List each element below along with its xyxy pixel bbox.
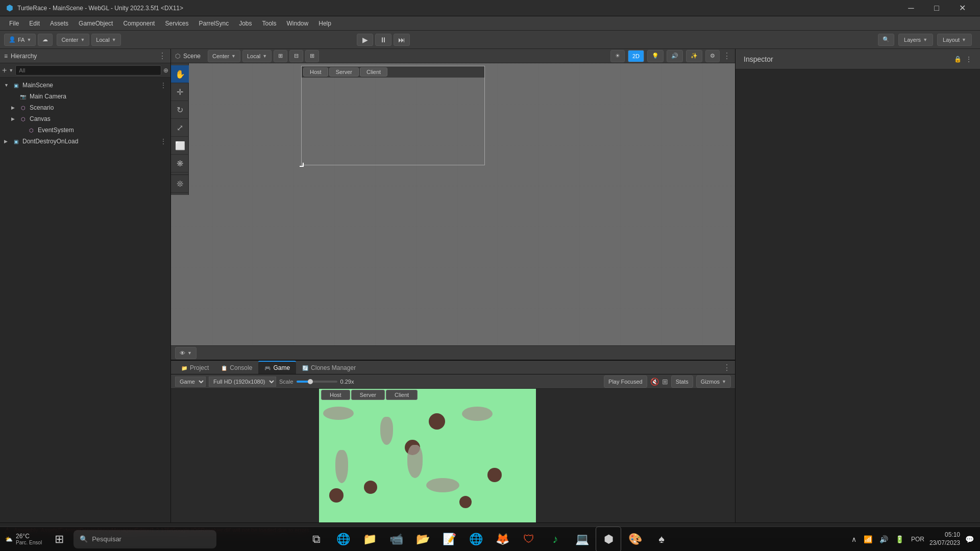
scene-tab-label[interactable]: Scene [183, 53, 201, 60]
scene-grid-button[interactable]: ⊞ [274, 50, 287, 62]
menu-file[interactable]: File [4, 18, 24, 29]
tree-item-scenario[interactable]: ▶ ⬡ Scenario [0, 102, 170, 113]
taskbar-brave-app[interactable]: 🛡 [517, 527, 541, 552]
tab-project[interactable]: 📁 Project [175, 361, 215, 374]
tree-item-main-camera[interactable]: 📷 Main Camera [0, 91, 170, 102]
tree-item-canvas[interactable]: ▶ ⬡ Canvas [0, 113, 170, 124]
scene-content[interactable]: ✋ ✛ ↻ ⤢ ⬜ ❋ ❊ Host Server Client [171, 63, 735, 345]
taskbar-spotify-app[interactable]: ♪ [543, 527, 568, 552]
stats-grid-icon[interactable]: ⊞ [662, 378, 668, 386]
gizmo-button[interactable]: ☀ [610, 50, 625, 62]
audio-button[interactable]: 🔊 [667, 50, 683, 62]
scene-panel-menu[interactable]: ⋮ [723, 51, 731, 61]
tab-clones-manager[interactable]: 🔄 Clones Manager [296, 361, 362, 374]
taskbar-unity-app[interactable]: ⬢ [596, 527, 621, 552]
taskbar-clock[interactable]: 05:10 23/07/2023 [929, 531, 960, 547]
tree-item-dontdestroy[interactable]: ▶ ▣ DontDestroyOnLoad ⋮ [0, 136, 170, 147]
scene-mode-button[interactable]: ⊞ [305, 50, 319, 62]
scene-center-button[interactable]: Center ▼ [208, 50, 240, 62]
tool-custom[interactable]: ❊ [171, 175, 189, 193]
scale-slider[interactable] [297, 381, 337, 383]
maximize-button[interactable]: □ [925, 0, 948, 16]
menu-parrelsync[interactable]: ParrelSync [193, 18, 234, 29]
menu-assets[interactable]: Assets [45, 18, 74, 29]
tool-rect[interactable]: ⬜ [171, 137, 189, 155]
menu-component[interactable]: Component [118, 18, 160, 29]
dropdown-arrow[interactable]: ▼ [9, 68, 13, 73]
taskbar-chrome-app[interactable]: 🌐 [463, 527, 488, 552]
inspector-menu-icon[interactable]: ⋮ [966, 56, 972, 63]
fx-button[interactable]: ✨ [686, 50, 702, 62]
menu-edit[interactable]: Edit [24, 18, 45, 29]
menu-window[interactable]: Window [282, 18, 314, 29]
menu-help[interactable]: Help [313, 18, 336, 29]
menu-tools[interactable]: Tools [257, 18, 282, 29]
tool-move[interactable]: ✛ [171, 83, 189, 101]
scene-server-button[interactable]: Server [329, 67, 359, 77]
taskbar-photoshop-app[interactable]: 🎨 [623, 527, 647, 552]
taskbar-battery-icon[interactable]: 🔋 [893, 533, 906, 545]
play-focused-button[interactable]: Play Focused [604, 375, 647, 388]
game-client-button[interactable]: Client [386, 390, 418, 400]
scene-menu-icon[interactable]: ⋮ [160, 82, 166, 89]
scene-snap-button[interactable]: ⊟ [289, 50, 303, 62]
menu-jobs[interactable]: Jobs [234, 18, 257, 29]
hierarchy-menu-button[interactable]: ⋮ [158, 51, 166, 61]
taskbar-expand-icon[interactable]: ∧ [849, 533, 859, 545]
tool-hand[interactable]: ✋ [171, 65, 189, 83]
taskbar-lang[interactable]: POR [909, 534, 926, 545]
taskbar-firefox-app[interactable]: 🦊 [490, 527, 514, 552]
scene-overlay-button[interactable]: 👁 ▼ [175, 347, 197, 359]
tree-item-eventsystem[interactable]: ⬡ EventSystem [0, 124, 170, 136]
taskbar-network-icon[interactable]: 📶 [862, 533, 874, 545]
taskbar-edge-app[interactable]: 🌐 [331, 527, 355, 552]
pause-button[interactable]: ⏸ [375, 34, 391, 46]
hierarchy-search[interactable] [15, 65, 161, 76]
tab-game[interactable]: 🎮 Game [258, 361, 296, 374]
local-button[interactable]: Local ▼ [91, 34, 120, 46]
taskbar-teams-app[interactable]: 📹 [384, 527, 408, 552]
taskbar-volume-icon[interactable]: 🔊 [877, 533, 890, 545]
scene-local-button[interactable]: Local ▼ [242, 50, 272, 62]
layers-button[interactable]: Layers ▼ [898, 34, 933, 46]
tool-rotate[interactable]: ↻ [171, 101, 189, 119]
taskbar-solitaire-app[interactable]: ♠ [649, 527, 674, 552]
taskbar-explorer-app[interactable]: 📂 [410, 527, 435, 552]
taskbar-visual-studio-app[interactable]: 💻 [570, 527, 594, 552]
lighting-button[interactable]: 💡 [647, 50, 664, 62]
dontdestroy-menu-icon[interactable]: ⋮ [160, 138, 166, 145]
resolution-dropdown[interactable]: Full HD (980x551) [209, 377, 276, 387]
layout-button[interactable]: Layout ▼ [937, 34, 972, 46]
game-view[interactable]: Host Server Client [319, 389, 536, 522]
taskbar-start-button[interactable]: ⊞ [47, 527, 71, 552]
game-server-button[interactable]: Server [351, 390, 385, 400]
menu-gameobject[interactable]: GameObject [74, 18, 118, 29]
cloud-button[interactable]: ☁ [38, 34, 53, 46]
tree-item-mainscene[interactable]: ▼ ▣ MainScene ⋮ [0, 80, 170, 91]
scene-host-button[interactable]: Host [303, 67, 328, 77]
step-button[interactable]: ⏭ [394, 34, 410, 46]
tab-console[interactable]: 📋 Console [215, 361, 258, 374]
gizmos-dropdown-button[interactable]: Gizmos ▼ [696, 375, 731, 388]
tool-transform[interactable]: ❋ [171, 155, 189, 172]
account-button[interactable]: 👤 FA ▼ [4, 34, 36, 46]
minimize-button[interactable]: ─ [899, 0, 923, 16]
weather-widget[interactable]: ⛅ 26°C Parc. Ensol [0, 531, 47, 547]
game-host-button[interactable]: Host [321, 390, 350, 400]
scene-client-button[interactable]: Client [360, 67, 387, 77]
2d-button[interactable]: 2D [628, 50, 644, 62]
taskbar-notification-icon[interactable]: 💬 [963, 533, 976, 545]
menu-services[interactable]: Services [160, 18, 193, 29]
filter-icon[interactable]: ⊕ [163, 67, 168, 74]
search-button[interactable]: 🔍 [878, 34, 894, 46]
close-button[interactable]: ✕ [950, 0, 974, 16]
taskbar-task-view[interactable]: ⧉ [304, 527, 329, 552]
scale-thumb[interactable] [308, 379, 313, 384]
mute-icon[interactable]: 🔇 [650, 378, 659, 386]
scene-settings-button[interactable]: ⚙ [705, 50, 720, 62]
bottom-tabs-menu[interactable]: ⋮ [723, 363, 731, 372]
taskbar-files-app[interactable]: 📁 [357, 527, 382, 552]
add-button[interactable]: + [2, 66, 7, 75]
taskbar-word-app[interactable]: 📝 [437, 527, 461, 552]
stats-button[interactable]: Stats [671, 375, 693, 388]
